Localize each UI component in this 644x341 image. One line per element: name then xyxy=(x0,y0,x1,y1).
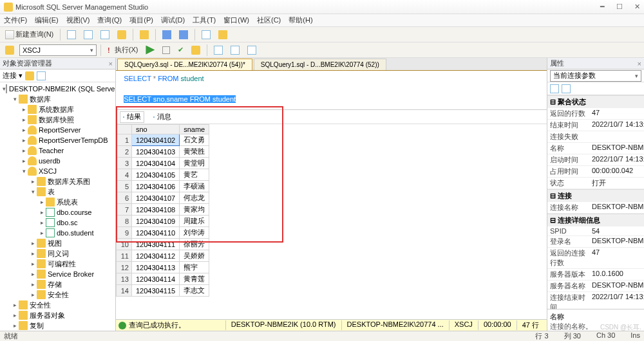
tree-node[interactable]: ▸ReportServer xyxy=(0,125,115,135)
tree-node[interactable]: ▸可编程性 xyxy=(0,259,115,269)
prop-row[interactable]: 结束时间2022/10/7 14:13:11 xyxy=(547,120,644,131)
prop-row[interactable]: SPID54 xyxy=(547,226,644,236)
maximize-button[interactable]: ☐ xyxy=(616,3,623,11)
tree-node[interactable]: ▸视图 xyxy=(0,238,115,248)
table-row[interactable]: 81204304109周建乐 xyxy=(117,216,209,227)
prop-row[interactable]: 返回的行数47 xyxy=(547,108,644,120)
save-button[interactable] xyxy=(160,29,174,41)
toolbar-btn-1[interactable] xyxy=(64,29,79,41)
table-row[interactable]: 31204304104黄堂明 xyxy=(117,158,209,169)
tree-node[interactable]: ▾数据库 xyxy=(0,94,115,104)
tree-node[interactable]: ▸Service Broker xyxy=(0,269,115,279)
toolbar2-btn-6[interactable] xyxy=(211,44,225,56)
properties-close-icon[interactable]: × xyxy=(638,60,641,68)
tree-node[interactable]: ▸dbo.course xyxy=(0,207,115,217)
prop-row[interactable]: 启动时间2022/10/7 14:13:11 xyxy=(547,154,644,166)
menu-project[interactable]: 项目(P) xyxy=(129,15,153,25)
prop-row[interactable]: 返回的连接行数47 xyxy=(547,248,644,269)
toolbar-db-icon[interactable] xyxy=(3,44,17,56)
tree-node[interactable]: ▸安全性 xyxy=(0,300,115,310)
sql-editor[interactable]: SELECT * FROM student SELECT sno,sname F… xyxy=(116,71,547,109)
table-row[interactable]: 51204304106李硕涵 xyxy=(117,181,209,192)
open-button[interactable] xyxy=(137,29,151,41)
prop-row[interactable]: 登录名DESKTOP-NBME2IK xyxy=(547,236,644,248)
table-row[interactable]: 61204304107何志龙 xyxy=(117,192,209,204)
stop-button[interactable] xyxy=(160,44,173,56)
menu-debug[interactable]: 调试(D) xyxy=(161,15,185,25)
tree-node[interactable]: ▸安全性 xyxy=(0,290,115,300)
tree-node[interactable]: ▸系统数据库 xyxy=(0,104,115,115)
prop-row[interactable]: 服务器名称DESKTOP-NBME2IK xyxy=(547,281,644,292)
menu-file[interactable]: 文件(F) xyxy=(4,15,27,25)
prop-row[interactable]: 占用时间00:00:00.042 xyxy=(547,166,644,178)
menu-view[interactable]: 视图(V) xyxy=(66,15,90,25)
database-combo[interactable]: XSCJ▾ xyxy=(19,44,97,56)
table-row[interactable]: 131204304114黄青莲 xyxy=(117,273,209,285)
prop-category[interactable]: ⊟ 连接 xyxy=(547,189,644,202)
menu-help[interactable]: 帮助(H) xyxy=(289,15,312,25)
table-row[interactable]: 21204304103黄荣胜 xyxy=(117,146,209,158)
tree-node[interactable]: ▸Teacher xyxy=(0,145,115,156)
toolbar-btn-9[interactable] xyxy=(216,29,230,41)
refresh-icon[interactable] xyxy=(25,71,34,80)
prop-category[interactable]: ⊟ 聚合状态 xyxy=(547,95,644,108)
toolbar2-btn-7[interactable] xyxy=(228,44,242,56)
toolbar2-btn-5[interactable] xyxy=(189,44,203,56)
tree-node[interactable]: ▾表 xyxy=(0,187,115,197)
table-row[interactable]: 11204304102石文勇 xyxy=(117,134,209,146)
prop-row[interactable]: 服务器版本10.0.1600 xyxy=(547,269,644,281)
menu-community[interactable]: 社区(C) xyxy=(257,15,281,25)
table-row[interactable]: 41204304105黄艺 xyxy=(117,169,209,181)
prop-row[interactable]: 连接名称DESKTOP-NBME2IK xyxy=(547,202,644,214)
menu-window[interactable]: 窗口(W) xyxy=(223,15,249,25)
prop-row[interactable]: 连接结束时间2022/10/7 14:13:11 xyxy=(547,292,644,309)
close-button[interactable]: ✕ xyxy=(634,3,640,11)
tree-node[interactable]: ▸数据库关系图 xyxy=(0,176,115,187)
results-grid[interactable]: snosname 11204304102石文勇21204304103黄荣胜312… xyxy=(116,124,547,319)
toolbar-btn-8[interactable] xyxy=(199,29,213,41)
connect-dropdown[interactable]: 连接 ▾ xyxy=(3,71,23,80)
debug-button[interactable] xyxy=(143,44,157,56)
tree-node[interactable]: ▸复制 xyxy=(0,320,115,331)
tree-node[interactable]: ▸dbo.student xyxy=(0,228,115,238)
prop-row[interactable]: 名称DESKTOP-NBME2IK xyxy=(547,143,644,154)
minimize-button[interactable]: ━ xyxy=(600,3,605,11)
toolbar-btn-2[interactable] xyxy=(81,29,95,41)
table-row[interactable]: 91204304110刘华涛 xyxy=(117,227,209,239)
toolbar-btn-3[interactable] xyxy=(98,29,112,41)
tree-node[interactable]: ▸同义词 xyxy=(0,248,115,259)
table-row[interactable]: 101204304111徐丽芳 xyxy=(117,239,209,250)
tree-node[interactable]: ▾XSCJ xyxy=(0,166,115,176)
table-row[interactable]: 111204304112吴娇娇 xyxy=(117,250,209,262)
tree-node[interactable]: ▸dbo.sc xyxy=(0,217,115,228)
object-explorer-close-icon[interactable]: × xyxy=(109,60,113,68)
tab-sqlquery1[interactable]: SQLQuery1.sql - D...BME2IK\20774 (52)) xyxy=(254,59,386,70)
new-query-button[interactable]: 新建查询(N) xyxy=(3,29,56,41)
object-tree[interactable]: ▾DESKTOP-NBME2IK (SQL Server 10.0.160▾数据… xyxy=(0,82,115,331)
prop-row[interactable]: 连接失败 xyxy=(547,131,644,143)
prop-row[interactable]: 状态打开 xyxy=(547,178,644,189)
properties-subject-combo[interactable]: 当前连接参数▾ xyxy=(550,70,641,82)
tree-node[interactable]: ▸数据库快照 xyxy=(0,115,115,125)
alphabetical-icon[interactable] xyxy=(562,84,571,93)
menu-edit[interactable]: 编辑(E) xyxy=(35,15,59,25)
tree-node[interactable]: ▸系统表 xyxy=(0,197,115,207)
tree-node[interactable]: ▸服务器对象 xyxy=(0,310,115,320)
save-all-button[interactable] xyxy=(176,29,191,41)
execute-button[interactable]: ! 执行(X) xyxy=(105,44,140,56)
filter-icon[interactable] xyxy=(37,71,46,80)
tab-sqlquery3[interactable]: SQLQuery3.sql - DE...ME2IK\20774 (54))* xyxy=(117,59,252,70)
table-row[interactable]: 121204304113熊宇 xyxy=(117,262,209,273)
messages-tab[interactable]: 消息 xyxy=(151,111,174,123)
table-row[interactable]: 71204304108黄家均 xyxy=(117,204,209,216)
tree-node[interactable]: ▸userdb xyxy=(0,156,115,166)
table-row[interactable]: 141204304115李志文 xyxy=(117,285,209,297)
categorized-icon[interactable] xyxy=(550,84,559,93)
parse-button[interactable]: ✔ xyxy=(175,44,186,56)
toolbar2-btn-8[interactable] xyxy=(245,44,259,56)
menu-tools[interactable]: 工具(T) xyxy=(193,15,216,25)
toolbar-btn-4[interactable] xyxy=(115,29,129,41)
menu-query[interactable]: 查询(Q) xyxy=(97,15,122,25)
prop-category[interactable]: ⊟ 连接详细信息 xyxy=(547,214,644,226)
tree-node[interactable]: ▾DESKTOP-NBME2IK (SQL Server 10.0.160 xyxy=(0,84,115,94)
